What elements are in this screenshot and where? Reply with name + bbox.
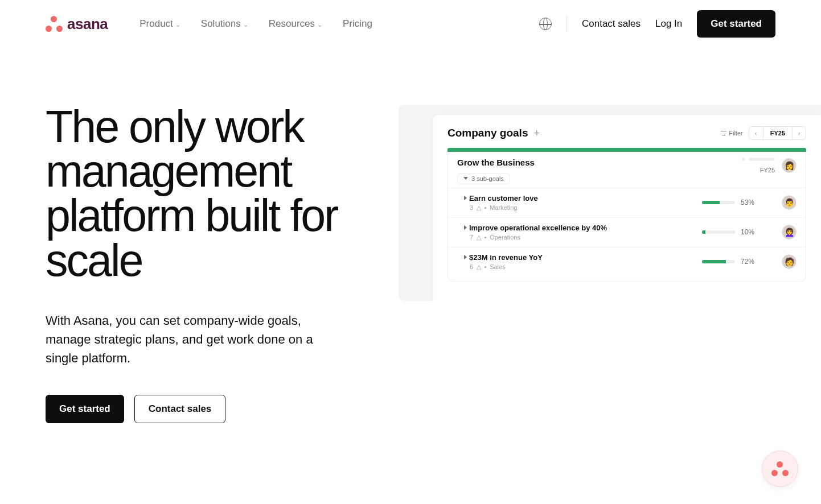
- primary-nav: Product ⌄ Solutions ⌄ Resources ⌄ Pricin…: [139, 18, 372, 30]
- hero-copy: The only work management platform built …: [46, 105, 376, 423]
- goal-period-tag: FY25: [760, 167, 775, 173]
- chevron-down-icon: ⌄: [243, 21, 248, 28]
- subgoal-dept: Sales: [490, 263, 506, 270]
- asana-logo-icon: [46, 16, 63, 32]
- filter-label: Filter: [729, 130, 742, 137]
- nav-label: Pricing: [343, 18, 372, 30]
- caret-right-icon: [464, 255, 467, 259]
- goal-meta-placeholder: [742, 158, 775, 161]
- filter-icon: [721, 131, 726, 135]
- nav-label: Product: [139, 18, 173, 30]
- subgoal-progress: [702, 260, 735, 263]
- subgoal-count: 3: [470, 204, 473, 211]
- subgoals-toggle[interactable]: 3 sub-goals: [457, 173, 510, 184]
- subgoal-pct: 53%: [741, 199, 759, 206]
- product-preview: Company goals + Filter ‹ FY25 ›: [399, 105, 821, 301]
- chevron-down-icon: ⌄: [317, 21, 322, 28]
- hero-get-started-button[interactable]: Get started: [46, 395, 124, 423]
- owner-avatar[interactable]: 🧑: [782, 254, 797, 269]
- hero-headline: The only work management platform built …: [46, 105, 376, 283]
- subgoals-label: 3 sub-goals: [471, 175, 504, 182]
- contact-sales-link[interactable]: Contact sales: [582, 18, 641, 30]
- subgoal-pct: 72%: [741, 258, 759, 266]
- add-goal-icon[interactable]: +: [533, 127, 540, 139]
- triangle-icon: △: [477, 234, 481, 241]
- period-selector: ‹ FY25 ›: [749, 126, 806, 140]
- login-link[interactable]: Log In: [655, 18, 682, 30]
- caret-right-icon: [464, 225, 467, 230]
- owner-avatar[interactable]: 👩‍🦱: [782, 225, 797, 239]
- subgoal-count: 6: [470, 263, 473, 270]
- goal-title: Grow the Business: [457, 158, 535, 167]
- hero-contact-sales-button[interactable]: Contact sales: [134, 395, 226, 423]
- goals-panel-title: Company goals: [448, 127, 528, 139]
- nav-item-solutions[interactable]: Solutions ⌄: [201, 18, 248, 30]
- nav-label: Resources: [269, 18, 315, 30]
- triangle-icon: △: [477, 263, 481, 271]
- nav-item-product[interactable]: Product ⌄: [139, 18, 180, 30]
- owner-avatar[interactable]: 👨: [782, 195, 797, 210]
- period-label[interactable]: FY25: [763, 127, 792, 139]
- hero-cta-row: Get started Contact sales: [46, 395, 376, 423]
- subgoal-row[interactable]: Earn customer love 3 △ Marketing 53% 👨: [448, 188, 806, 217]
- hero-section: The only work management platform built …: [0, 48, 821, 423]
- goal-progress-bar: [448, 148, 806, 152]
- subgoal-count: 7: [470, 234, 473, 241]
- caret-right-icon: [464, 196, 467, 200]
- language-globe-icon[interactable]: [539, 18, 552, 30]
- chevron-down-icon: ⌄: [175, 21, 180, 28]
- help-fab[interactable]: [762, 451, 798, 487]
- subgoal-row[interactable]: $23M in revenue YoY 6 △ Sales 72% 🧑: [448, 247, 806, 276]
- subgoal-pct: 10%: [741, 228, 759, 236]
- subgoal-row[interactable]: Improve operational excellence by 40% 7 …: [448, 217, 806, 247]
- hero-subtitle: With Asana, you can set company-wide goa…: [46, 311, 330, 367]
- filter-button[interactable]: Filter: [721, 130, 742, 137]
- dot-separator: [485, 266, 486, 268]
- goals-panel-header: Company goals + Filter ‹ FY25 ›: [433, 115, 821, 148]
- period-next-button[interactable]: ›: [792, 127, 806, 139]
- asana-logo-icon: [771, 461, 789, 476]
- subgoal-title: $23M in revenue YoY: [469, 253, 543, 262]
- site-header: asana Product ⌄ Solutions ⌄ Resources ⌄ …: [0, 0, 821, 48]
- goal-card-header: Grow the Business 3 sub-goals FY25 👩: [448, 152, 806, 188]
- get-started-button[interactable]: Get started: [697, 10, 775, 38]
- subgoal-dept: Marketing: [490, 204, 517, 211]
- subgoal-progress: [702, 201, 735, 204]
- header-right: Contact sales Log In Get started: [539, 10, 775, 38]
- nav-item-pricing[interactable]: Pricing: [343, 18, 372, 30]
- brand-name: asana: [67, 15, 108, 33]
- nav-item-resources[interactable]: Resources ⌄: [269, 18, 322, 30]
- goals-panel: Company goals + Filter ‹ FY25 ›: [433, 115, 821, 301]
- dot-separator: [485, 207, 486, 209]
- nav-label: Solutions: [201, 18, 241, 30]
- triangle-icon: △: [477, 204, 481, 212]
- caret-down-icon: [463, 177, 468, 180]
- goal-card: Grow the Business 3 sub-goals FY25 👩: [448, 152, 806, 282]
- owner-avatar[interactable]: 👩: [782, 158, 797, 173]
- brand-logo[interactable]: asana: [46, 15, 108, 33]
- subgoal-progress: [702, 230, 735, 234]
- subgoal-title: Improve operational excellence by 40%: [469, 224, 607, 232]
- subgoal-title: Earn customer love: [469, 194, 538, 203]
- divider: [567, 16, 567, 32]
- dot-separator: [485, 237, 486, 238]
- period-prev-button[interactable]: ‹: [749, 127, 763, 139]
- subgoal-dept: Operations: [490, 234, 520, 241]
